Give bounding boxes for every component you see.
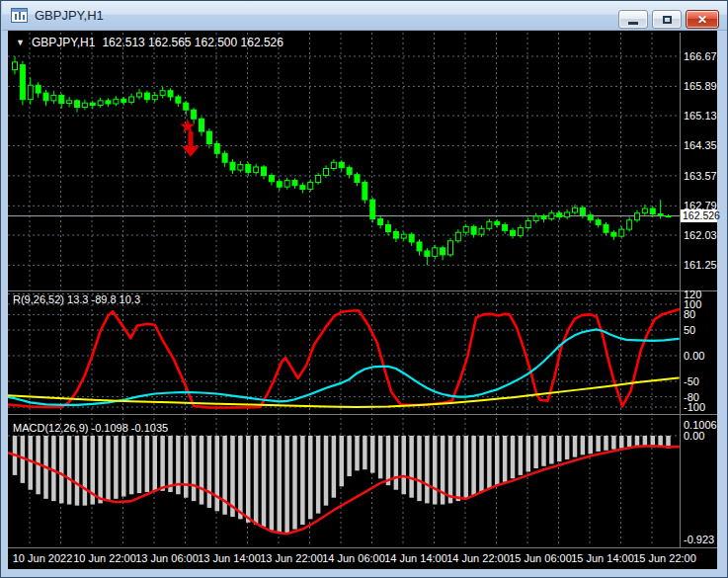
chart-ohlc-label: 162.513 162.565 162.500 162.526 [102, 36, 283, 49]
close-icon: ✕ [697, 14, 707, 26]
svg-text:-0.923: -0.923 [684, 534, 714, 545]
chart-area: 166.670165.890165.130164.350163.570162.7… [8, 31, 717, 569]
oscillator-indicator-title: R(9,26,52) 13.3 -89.8 10.3 [13, 293, 140, 305]
svg-text:80: 80 [684, 308, 695, 320]
svg-text:14 Jun 22:00: 14 Jun 22:00 [446, 552, 510, 564]
minimize-button[interactable] [618, 10, 648, 29]
oscillator-axis[interactable]: 12010080500.00-50-80-100 [684, 289, 705, 414]
svg-text:14 Jun 06:00: 14 Jun 06:00 [322, 552, 385, 564]
svg-text:162.030: 162.030 [684, 229, 717, 241]
minimize-icon [628, 22, 638, 25]
current-price-badge: 162.526 [681, 209, 717, 222]
macd-axis[interactable]: 0.10060.00-0.923 [684, 419, 717, 546]
close-button[interactable]: ✕ [686, 10, 719, 29]
svg-text:0.00: 0.00 [684, 430, 704, 442]
svg-text:15 Jun 14:00: 15 Jun 14:00 [571, 552, 634, 564]
svg-text:0.1006: 0.1006 [684, 419, 717, 431]
oscillator-lines [8, 309, 679, 407]
candles [13, 56, 672, 265]
svg-text:50: 50 [684, 324, 695, 336]
window-controls: ✕ [618, 10, 719, 29]
svg-text:161.250: 161.250 [684, 259, 717, 271]
svg-text:-50: -50 [684, 375, 699, 387]
svg-text:163.570: 163.570 [684, 170, 717, 182]
symbol-dropdown-arrow[interactable]: ▼ [16, 38, 25, 47]
restore-button[interactable] [652, 10, 682, 29]
time-axis[interactable]: 10 Jun 202210 Jun 22:0013 Jun 06:0013 Ju… [13, 552, 696, 564]
svg-text:0.00: 0.00 [684, 350, 704, 362]
chart-window-icon [11, 8, 28, 23]
svg-text:14 Jun 14:00: 14 Jun 14:00 [384, 552, 447, 564]
svg-text:166.670: 166.670 [684, 50, 717, 62]
window-title: GBPJPY,H1 [35, 1, 104, 31]
svg-text:-100: -100 [684, 401, 705, 413]
sell-annotation[interactable] [180, 119, 200, 157]
macd-histogram [13, 436, 671, 534]
restore-icon [663, 16, 672, 24]
svg-text:15 Jun 06:00: 15 Jun 06:00 [509, 552, 572, 564]
chart-symbol-label: GBPJPY,H1 [32, 36, 95, 49]
svg-text:13 Jun 06:00: 13 Jun 06:00 [135, 552, 199, 564]
svg-text:164.350: 164.350 [684, 139, 717, 151]
svg-text:10 Jun 2022: 10 Jun 2022 [13, 552, 73, 564]
mt4-chart-window: GBPJPY,H1 ✕ 166.670165.890165.130164.350… [0, 0, 728, 578]
svg-text:10 Jun 22:00: 10 Jun 22:00 [73, 552, 136, 564]
svg-text:13 Jun 22:00: 13 Jun 22:00 [260, 552, 323, 564]
chart-header: ▼ GBPJPY,H1 162.513 162.565 162.500 162.… [16, 36, 283, 49]
macd-indicator-title: MACD(12,26,9) -0.1098 -0.1035 [13, 422, 168, 434]
price-axis[interactable]: 166.670165.890165.130164.350163.570162.7… [684, 50, 717, 271]
svg-text:15 Jun 22:00: 15 Jun 22:00 [633, 552, 696, 564]
svg-text:13 Jun 14:00: 13 Jun 14:00 [198, 552, 261, 564]
title-bar[interactable]: GBPJPY,H1 ✕ [2, 1, 728, 31]
svg-text:165.130: 165.130 [684, 110, 717, 122]
svg-text:165.890: 165.890 [684, 80, 717, 92]
